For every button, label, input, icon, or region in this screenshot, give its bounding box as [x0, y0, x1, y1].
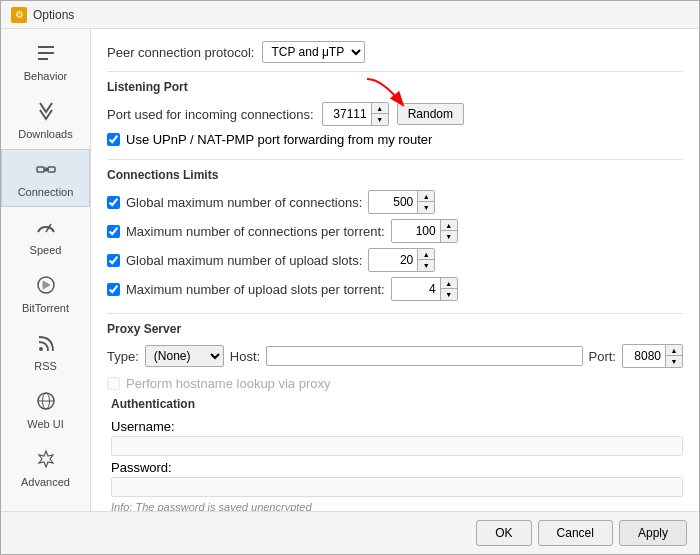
divider-2 — [107, 159, 683, 160]
listening-port-section: Listening Port Port used for incoming co… — [107, 80, 683, 147]
port-label: Port used for incoming connections: — [107, 107, 314, 122]
proxy-port-label: Port: — [589, 349, 616, 364]
svg-point-8 — [39, 347, 43, 351]
conn-down-2[interactable]: ▼ — [418, 260, 434, 271]
port-down-button[interactable]: ▼ — [372, 114, 388, 125]
upnp-checkbox[interactable] — [107, 133, 120, 146]
conn-spinner-2-btns: ▲ ▼ — [417, 249, 434, 271]
proxy-host-input[interactable] — [266, 346, 582, 366]
random-button[interactable]: Random — [397, 103, 464, 125]
listening-port-header: Listening Port — [107, 80, 683, 94]
connection-icon — [35, 158, 57, 183]
protocol-row: Peer connection protocol: TCP and μTP TC… — [107, 41, 683, 63]
conn-input-3[interactable] — [392, 280, 440, 298]
conn-down-1[interactable]: ▼ — [441, 231, 457, 242]
options-window: ⚙ Options Behavior Downloads — [0, 0, 700, 555]
conn-up-3[interactable]: ▲ — [441, 278, 457, 289]
upnp-label: Use UPnP / NAT-PMP port forwarding from … — [126, 132, 432, 147]
sidebar-item-speed-label: Speed — [30, 244, 62, 256]
conn-spinner-0: ▲ ▼ — [368, 190, 435, 214]
proxy-host-label: Host: — [230, 349, 260, 364]
proxy-type-label: Type: — [107, 349, 139, 364]
conn-down-0[interactable]: ▼ — [418, 202, 434, 213]
port-input[interactable] — [323, 105, 371, 123]
sidebar-item-advanced[interactable]: Advanced — [1, 439, 90, 497]
conn-input-0[interactable] — [369, 193, 417, 211]
svg-rect-3 — [37, 167, 44, 172]
protocol-select[interactable]: TCP and μTP TCP μTP — [262, 41, 365, 63]
speed-icon — [35, 216, 57, 241]
proxy-type-select[interactable]: (None) HTTP SOCKS4 SOCKS5 — [145, 345, 224, 367]
sidebar-item-webui[interactable]: Web UI — [1, 381, 90, 439]
conn-spinner-1: ▲ ▼ — [391, 219, 458, 243]
conn-up-0[interactable]: ▲ — [418, 191, 434, 202]
port-row: Port used for incoming connections: ▲ ▼ … — [107, 102, 683, 126]
cancel-button[interactable]: Cancel — [538, 520, 613, 546]
behavior-icon — [35, 42, 57, 67]
downloads-icon — [35, 100, 57, 125]
bittorrent-icon — [35, 274, 57, 299]
sidebar-item-downloads-label: Downloads — [18, 128, 72, 140]
conn-checkbox-1[interactable] — [107, 225, 120, 238]
conn-label-0: Global maximum number of connections: — [126, 195, 362, 210]
hostname-lookup-row: Perform hostname lookup via proxy — [107, 376, 683, 391]
conn-row-1: Maximum number of connections per torren… — [107, 219, 683, 243]
username-input[interactable] — [111, 436, 683, 456]
username-label: Username: — [111, 419, 175, 434]
conn-checkbox-3[interactable] — [107, 283, 120, 296]
connections-section: Connections Limits Global maximum number… — [107, 168, 683, 301]
titlebar: ⚙ Options — [1, 1, 699, 29]
upnp-row: Use UPnP / NAT-PMP port forwarding from … — [107, 132, 683, 147]
proxy-port-up[interactable]: ▲ — [666, 345, 682, 356]
sidebar-item-speed[interactable]: Speed — [1, 207, 90, 265]
sidebar-item-advanced-label: Advanced — [21, 476, 70, 488]
window-icon: ⚙ — [11, 7, 27, 23]
conn-down-3[interactable]: ▼ — [441, 289, 457, 300]
password-label: Password: — [111, 460, 172, 475]
webui-icon — [35, 390, 57, 415]
apply-button[interactable]: Apply — [619, 520, 687, 546]
conn-input-2[interactable] — [369, 251, 417, 269]
port-spinner: ▲ ▼ — [322, 102, 389, 126]
port-up-button[interactable]: ▲ — [372, 103, 388, 114]
rss-icon — [35, 332, 57, 357]
sidebar-item-behavior-label: Behavior — [24, 70, 67, 82]
conn-input-1[interactable] — [392, 222, 440, 240]
proxy-header: Proxy Server — [107, 322, 683, 336]
conn-spinner-2: ▲ ▼ — [368, 248, 435, 272]
conn-label-3: Maximum number of upload slots per torre… — [126, 282, 385, 297]
conn-spinner-0-btns: ▲ ▼ — [417, 191, 434, 213]
sidebar-item-behavior[interactable]: Behavior — [1, 33, 90, 91]
port-spinner-buttons: ▲ ▼ — [371, 103, 388, 125]
conn-up-1[interactable]: ▲ — [441, 220, 457, 231]
username-row: Username: — [111, 419, 683, 456]
hostname-lookup-label: Perform hostname lookup via proxy — [126, 376, 330, 391]
conn-label-1: Maximum number of connections per torren… — [126, 224, 385, 239]
proxy-port-down[interactable]: ▼ — [666, 356, 682, 367]
proxy-port-input[interactable] — [623, 347, 665, 365]
sidebar-item-downloads[interactable]: Downloads — [1, 91, 90, 149]
connections-header: Connections Limits — [107, 168, 683, 182]
main-panel: Peer connection protocol: TCP and μTP TC… — [91, 29, 699, 511]
conn-checkbox-2[interactable] — [107, 254, 120, 267]
ok-button[interactable]: OK — [476, 520, 531, 546]
auth-section: Authentication Username: Password: Info:… — [107, 397, 683, 511]
info-text: Info: The password is saved unencrypted — [111, 501, 683, 511]
conn-checkbox-0[interactable] — [107, 196, 120, 209]
password-input[interactable] — [111, 477, 683, 497]
proxy-port-btns: ▲ ▼ — [665, 345, 682, 367]
conn-up-2[interactable]: ▲ — [418, 249, 434, 260]
conn-label-2: Global maximum number of upload slots: — [126, 253, 362, 268]
password-row: Password: — [111, 460, 683, 497]
sidebar-item-connection-label: Connection — [18, 186, 74, 198]
sidebar-item-rss[interactable]: RSS — [1, 323, 90, 381]
sidebar-item-connection[interactable]: Connection — [1, 149, 90, 207]
sidebar-item-bittorrent-label: BitTorrent — [22, 302, 69, 314]
protocol-label: Peer connection protocol: — [107, 45, 254, 60]
divider-3 — [107, 313, 683, 314]
sidebar-item-bittorrent[interactable]: BitTorrent — [1, 265, 90, 323]
conn-spinner-3-btns: ▲ ▼ — [440, 278, 457, 300]
conn-row-0: Global maximum number of connections: ▲ … — [107, 190, 683, 214]
hostname-lookup-checkbox[interactable] — [107, 377, 120, 390]
proxy-section: Proxy Server Type: (None) HTTP SOCKS4 SO… — [107, 322, 683, 511]
